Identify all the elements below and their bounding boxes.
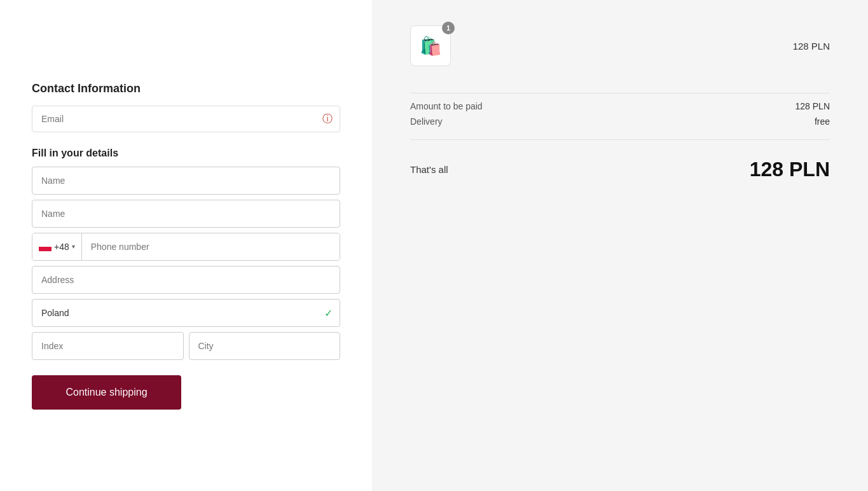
country-wrapper: Poland Germany France Czech Republic ✓ [32,299,340,327]
index-city-row [32,332,340,360]
total-row: That's all 128 PLN [410,158,830,181]
amount-row: Amount to be paid 128 PLN [410,101,830,111]
email-error-icon: ⓘ [322,112,333,125]
phone-number-field[interactable] [82,233,340,260]
right-panel: 🛍️ 1 128 PLN Amount to be paid 128 PLN D… [372,0,868,491]
bag-icon: 🛍️ [420,36,442,57]
product-row: 🛍️ 1 128 PLN [410,25,830,66]
amount-label: Amount to be paid [410,101,483,111]
phone-input-wrapper: +48 ▾ [32,233,340,261]
country-check-icon: ✓ [324,307,333,319]
left-panel: Contact Information ⓘ Fill in your detai… [0,0,372,491]
contact-section-title: Contact Information [32,82,340,95]
continue-shipping-button[interactable]: Continue shipping [32,375,181,410]
divider-top [410,93,830,93]
last-name-field[interactable] [32,200,340,228]
phone-prefix-label: +48 [54,242,69,252]
total-value: 128 PLN [750,158,830,181]
email-input-wrapper: ⓘ [32,106,340,132]
product-badge: 1 [442,22,455,34]
details-section-title: Fill in your details [32,148,340,159]
chevron-down-icon: ▾ [72,243,75,250]
delivery-label: Delivery [410,116,443,127]
divider-bottom [410,139,830,140]
details-section: Fill in your details +48 ▾ Poland German… [32,148,340,410]
delivery-value: free [815,116,830,127]
amount-value: 128 PLN [796,101,830,111]
poland-flag-icon [39,242,52,251]
city-field[interactable] [189,332,341,360]
delivery-row: Delivery free [410,116,830,127]
total-label: That's all [410,164,448,175]
email-field[interactable] [32,106,340,132]
phone-prefix-selector[interactable]: +48 ▾ [32,233,82,260]
address-field[interactable] [32,266,340,294]
contact-section: Contact Information ⓘ [32,82,340,132]
product-icon-wrapper: 🛍️ 1 [410,25,451,66]
product-price: 128 PLN [793,41,830,52]
country-select[interactable]: Poland Germany France Czech Republic [32,299,340,327]
index-field[interactable] [32,332,184,360]
first-name-field[interactable] [32,167,340,195]
